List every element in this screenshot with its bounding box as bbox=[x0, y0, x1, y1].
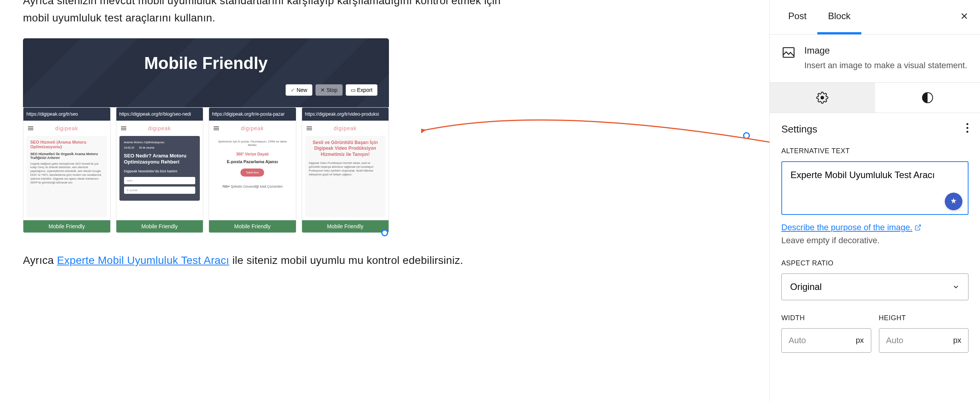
card-tag: 360° Veriye Dayalı bbox=[216, 152, 289, 156]
svg-point-3 bbox=[967, 123, 969, 125]
hamburger-icon bbox=[214, 126, 219, 130]
card-url: https://digipeak.org/tr/e-posta-pazar bbox=[209, 108, 296, 121]
card-url: https://digipeak.org/tr/blog/seo-nedi bbox=[116, 108, 203, 121]
gear-icon bbox=[816, 92, 828, 104]
aspect-ratio-select[interactable]: Original bbox=[781, 273, 969, 300]
mobile-friendly-badge: Mobile Friendly bbox=[23, 220, 110, 232]
select-value: Original bbox=[790, 282, 822, 292]
card-read-time: 20 dk okuma bbox=[139, 146, 154, 149]
sidebar-tabs: Post Block bbox=[770, 0, 980, 34]
paragraph-outro[interactable]: Ayrıca Experte Mobil Uyumluluk Test Arac… bbox=[23, 252, 746, 269]
card-subtitle: SEO Hizmetleri ile Organik Arama Motoru … bbox=[30, 152, 103, 160]
image-block[interactable]: Mobile Friendly ✓New ✕Stop ▭Export https… bbox=[23, 38, 746, 233]
block-description: Insert an image to make a visual stateme… bbox=[804, 60, 969, 72]
card-preview: digipeak SEO Hizmeti (Arama Motoru Optim… bbox=[23, 121, 110, 220]
card-preview: digipeak Sesli ve Görüntülü Başarı İçin … bbox=[302, 121, 389, 220]
hamburger-icon bbox=[121, 126, 126, 130]
input-email: E-posta bbox=[124, 187, 196, 194]
external-link-icon bbox=[915, 224, 921, 231]
alt-text-input[interactable] bbox=[781, 161, 969, 215]
block-name: Image bbox=[804, 45, 969, 56]
preview-card: https://digipeak.org/tr/video-produksi d… bbox=[302, 107, 389, 233]
hamburger-icon bbox=[307, 126, 312, 130]
logo: digipeak bbox=[241, 125, 264, 131]
ai-assist-button[interactable] bbox=[945, 193, 962, 210]
editor-canvas[interactable]: Ayrıca sitenizin mevcut mobil uyumluluk … bbox=[0, 0, 769, 401]
preview-card: https://digipeak.org/tr/seo digipeak SEO… bbox=[23, 107, 111, 233]
card-title: E-posta Pazarlama Ajansı bbox=[216, 159, 289, 164]
hamburger-icon bbox=[28, 126, 33, 130]
chevron-down-icon bbox=[952, 283, 960, 291]
mobile-friendly-badge: Mobile Friendly bbox=[116, 220, 203, 232]
preview-card: https://digipeak.org/tr/blog/seo-nedi di… bbox=[116, 107, 204, 233]
tab-post[interactable]: Post bbox=[777, 0, 817, 34]
mobile-friendly-badge: Mobile Friendly bbox=[302, 220, 389, 232]
settings-panel: Settings ALTERNATIVE TEXT Describe the p… bbox=[770, 113, 980, 363]
card-preview: digipeak Arama Motoru Optimizasyonu 18.0… bbox=[116, 121, 203, 220]
resize-handle-bottom[interactable] bbox=[381, 229, 388, 236]
describe-purpose-link[interactable]: Describe the purpose of the image. bbox=[781, 223, 921, 232]
card-url: https://digipeak.org/tr/seo bbox=[23, 108, 110, 121]
card-footer: 700+ Şirketin Güvendiği Mail Çözümleri bbox=[216, 184, 289, 189]
helper-text: Leave empty if decorative. bbox=[781, 236, 969, 246]
input-name: İsim bbox=[124, 177, 196, 184]
preview-cards: https://digipeak.org/tr/seo digipeak SEO… bbox=[23, 107, 389, 233]
subtab-styles[interactable] bbox=[875, 83, 980, 113]
cta-button: Teklif Alın bbox=[240, 169, 264, 177]
alt-text-label: ALTERNATIVE TEXT bbox=[781, 147, 969, 155]
image-content: Mobile Friendly ✓New ✕Stop ▭Export https… bbox=[23, 38, 389, 233]
svg-rect-1 bbox=[783, 47, 794, 57]
svg-point-4 bbox=[967, 127, 969, 129]
subtab-settings[interactable] bbox=[770, 83, 875, 113]
settings-sidebar: Post Block Image Insert an image to make… bbox=[769, 0, 980, 401]
paragraph-intro[interactable]: Ayrıca sitenizin mevcut mobil uyumluluk … bbox=[23, 0, 746, 27]
block-info-section: Image Insert an image to make a visual s… bbox=[770, 34, 980, 82]
card-title: SEO Nedir? Arama Motoru Optimizasyonu Re… bbox=[124, 153, 196, 166]
banner-title: Mobile Friendly bbox=[31, 54, 381, 73]
card-title: Sesli ve Görüntülü Başarı İçin Digipeak … bbox=[309, 140, 382, 158]
unit-label: px bbox=[856, 336, 864, 345]
logo: digipeak bbox=[55, 125, 78, 131]
text-line: Ayrıca sitenizin mevcut mobil uyumluluk … bbox=[23, 0, 501, 7]
card-intro: İşletmeniz için E-posta, Otomasyon, CRM … bbox=[216, 140, 289, 147]
export-button: ▭Export bbox=[346, 84, 377, 96]
close-sidebar-button[interactable] bbox=[956, 8, 972, 27]
card-url: https://digipeak.org/tr/video-produksi bbox=[302, 108, 389, 121]
aspect-ratio-label: ASPECT RATIO bbox=[781, 259, 969, 267]
tab-block[interactable]: Block bbox=[817, 0, 861, 34]
card-category: Arama Motoru Optimizasyonu bbox=[124, 141, 196, 144]
mobile-friendly-badge: Mobile Friendly bbox=[209, 220, 296, 232]
width-label: WIDTH bbox=[781, 314, 871, 322]
logo: digipeak bbox=[334, 125, 357, 131]
svg-point-5 bbox=[967, 131, 969, 133]
resize-handle-right[interactable] bbox=[743, 132, 750, 139]
banner-buttons: ✓New ✕Stop ▭Export bbox=[31, 84, 381, 100]
experte-link[interactable]: Experte Mobil Uyumluluk Test Aracı bbox=[57, 254, 229, 266]
input-placeholder: Auto bbox=[886, 336, 903, 345]
annotation-arrow bbox=[421, 115, 769, 191]
height-input[interactable]: Auto px bbox=[879, 328, 969, 353]
text-segment: ile siteniz mobil uyumlu mu kontrol edeb… bbox=[229, 254, 463, 266]
logo: digipeak bbox=[148, 125, 171, 131]
card-text: Organik trafiğinizi gelire dönüştürmek S… bbox=[30, 162, 103, 185]
preview-card: https://digipeak.org/tr/e-posta-pazar di… bbox=[209, 107, 296, 233]
text-line: mobil uyumluluk test araçlarını kullanın… bbox=[23, 12, 216, 24]
text-segment: Ayrıca bbox=[23, 254, 57, 266]
unit-label: px bbox=[953, 336, 961, 345]
card-text: Digipeak Video Prodüksiyon Hizmeti olara… bbox=[309, 161, 382, 176]
card-title: SEO Hizmeti (Arama Motoru Optimizasyonu) bbox=[30, 140, 103, 149]
image-banner-header: Mobile Friendly ✓New ✕Stop ▭Export bbox=[23, 38, 389, 107]
height-label: HEIGHT bbox=[879, 314, 969, 322]
card-preview: digipeak İşletmeniz için E-posta, Otomas… bbox=[209, 121, 296, 220]
new-button: ✓New bbox=[286, 84, 312, 96]
input-placeholder: Auto bbox=[789, 336, 806, 345]
card-date: 18.03.24 bbox=[124, 146, 134, 149]
panel-title: Settings bbox=[781, 123, 817, 135]
styles-icon bbox=[921, 92, 934, 104]
width-input[interactable]: Auto px bbox=[781, 328, 871, 353]
newsletter-text: Digipeak Newsletter'da bize katılın! bbox=[124, 169, 196, 173]
panel-options-button[interactable] bbox=[966, 123, 969, 136]
block-subtabs bbox=[770, 82, 980, 113]
image-block-icon bbox=[781, 45, 796, 60]
stop-button: ✕Stop bbox=[315, 84, 343, 96]
